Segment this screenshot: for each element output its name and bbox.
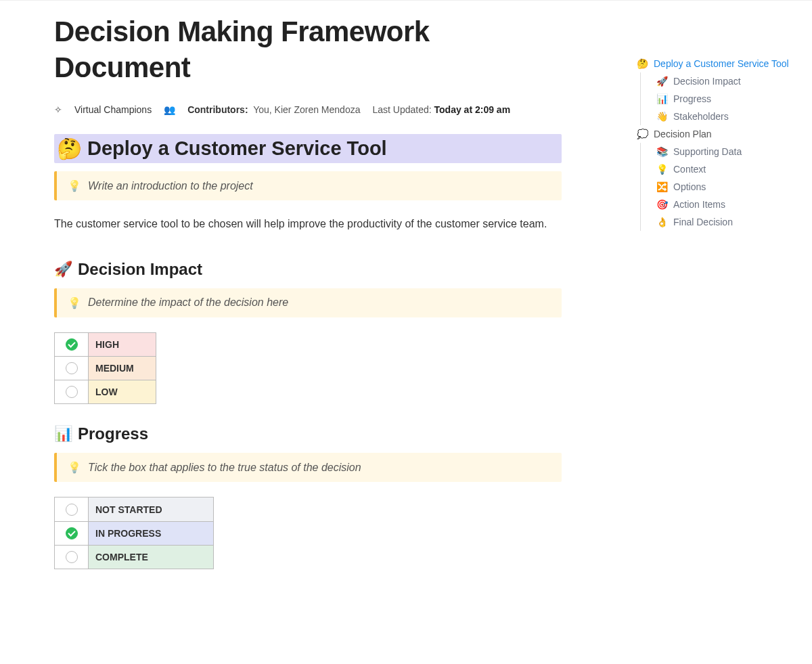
outline-label: Options bbox=[673, 181, 706, 192]
bulb-icon: 💡 bbox=[68, 179, 81, 192]
callout-intro-text: Write an introduction to the project bbox=[88, 180, 253, 192]
impact-medium-label: MEDIUM bbox=[89, 356, 156, 380]
target-icon: 🎯 bbox=[656, 199, 668, 210]
progress-table: NOT STARTED IN PROGRESS COMPLETE bbox=[54, 497, 214, 569]
shuffle-icon: 🔀 bbox=[656, 181, 668, 192]
bulb-icon: 💡 bbox=[68, 296, 81, 309]
progress-row-not-started: NOT STARTED bbox=[55, 497, 214, 521]
impact-medium-checkbox[interactable] bbox=[66, 362, 78, 374]
outline-label: Deploy a Customer Service Tool bbox=[654, 58, 789, 69]
callout-intro[interactable]: 💡 Write an introduction to the project bbox=[54, 171, 562, 200]
impact-high-label: HIGH bbox=[89, 332, 156, 356]
section-heading-deploy: 🤔 Deploy a Customer Service Tool bbox=[54, 134, 562, 163]
wave-icon: 👋 bbox=[656, 111, 668, 122]
bulb-icon: 💡 bbox=[68, 461, 81, 474]
callout-impact[interactable]: 💡 Determine the impact of the decision h… bbox=[54, 288, 562, 317]
books-icon: 📚 bbox=[656, 146, 668, 157]
outline-item-action-items[interactable]: 🎯 Action Items bbox=[640, 196, 812, 213]
outline-label: Context bbox=[673, 164, 706, 175]
progress-not-started-checkbox[interactable] bbox=[66, 504, 78, 516]
outline-item-stakeholders[interactable]: 👋 Stakeholders bbox=[640, 108, 812, 125]
contributors-label: Contributors: bbox=[187, 104, 248, 115]
outline-label: Decision Plan bbox=[654, 129, 712, 139]
document-meta: ✧ Virtual Champions 👥 Contributors: You,… bbox=[54, 104, 562, 115]
outline-label: Final Decision bbox=[673, 217, 733, 227]
impact-table: HIGH MEDIUM LOW bbox=[54, 332, 156, 405]
page-title: Decision Making Framework Document bbox=[54, 14, 562, 85]
impact-high-checkbox[interactable] bbox=[66, 338, 78, 351]
heading-decision-impact: 🚀 Decision Impact bbox=[54, 260, 562, 279]
outline-item-deploy[interactable]: 🤔 Deploy a Customer Service Tool bbox=[636, 55, 812, 72]
ok-hand-icon: 👌 bbox=[656, 217, 668, 227]
outline-item-options[interactable]: 🔀 Options bbox=[640, 178, 812, 196]
impact-row-medium: MEDIUM bbox=[55, 356, 156, 380]
contributors-icon: 👥 bbox=[164, 104, 175, 115]
rocket-icon: 🚀 bbox=[54, 261, 72, 278]
contributors-field[interactable]: Contributors: You, Kier Zoren Mendoza bbox=[187, 104, 360, 115]
last-updated-field: Last Updated: Today at 2:09 am bbox=[372, 104, 510, 115]
team-name[interactable]: Virtual Champions bbox=[74, 104, 152, 115]
impact-low-label: LOW bbox=[89, 380, 156, 404]
bulb-icon: 💡 bbox=[656, 164, 668, 175]
callout-progress-text: Tick the box that applies to the true st… bbox=[88, 462, 361, 474]
section-heading-text: Deploy a Customer Service Tool bbox=[87, 137, 387, 160]
heading-decision-impact-text: Decision Impact bbox=[78, 260, 202, 279]
impact-row-low: LOW bbox=[55, 380, 156, 404]
outline-label: Supporting Data bbox=[673, 146, 742, 157]
impact-row-high: HIGH bbox=[55, 332, 156, 356]
outline-item-progress[interactable]: 📊 Progress bbox=[640, 90, 812, 108]
callout-impact-text: Determine the impact of the decision her… bbox=[88, 296, 288, 309]
outline-item-decision-plan[interactable]: 💭 Decision Plan bbox=[636, 125, 812, 143]
heading-progress-text: Progress bbox=[78, 424, 148, 443]
document-outline: 🤔 Deploy a Customer Service Tool 🚀 Decis… bbox=[636, 1, 812, 231]
progress-not-started-label: NOT STARTED bbox=[89, 497, 214, 521]
outline-label: Stakeholders bbox=[673, 111, 729, 122]
outline-label: Progress bbox=[673, 93, 711, 104]
progress-in-progress-label: IN PROGRESS bbox=[89, 521, 214, 545]
thinking-icon: 🤔 bbox=[57, 137, 82, 160]
chart-icon: 📊 bbox=[656, 93, 668, 104]
outline-item-decision-impact[interactable]: 🚀 Decision Impact bbox=[640, 72, 812, 90]
team-icon: ✧ bbox=[54, 104, 62, 115]
last-updated-label: Last Updated: bbox=[372, 104, 431, 115]
progress-row-in-progress: IN PROGRESS bbox=[55, 521, 214, 545]
thinking-icon: 🤔 bbox=[636, 58, 648, 69]
outline-item-final-decision[interactable]: 👌 Final Decision bbox=[640, 213, 812, 231]
chart-icon: 📊 bbox=[54, 425, 72, 443]
progress-row-complete: COMPLETE bbox=[55, 546, 214, 569]
progress-complete-label: COMPLETE bbox=[89, 546, 214, 569]
progress-complete-checkbox[interactable] bbox=[66, 551, 78, 563]
intro-body-text[interactable]: The customer service tool to be chosen w… bbox=[54, 215, 562, 233]
contributors-value: You, Kier Zoren Mendoza bbox=[253, 104, 360, 115]
outline-label: Decision Impact bbox=[673, 76, 741, 87]
thought-icon: 💭 bbox=[636, 129, 648, 139]
outline-label: Action Items bbox=[673, 199, 725, 210]
last-updated-value: Today at 2:09 am bbox=[434, 104, 511, 115]
callout-progress[interactable]: 💡 Tick the box that applies to the true … bbox=[54, 453, 562, 482]
heading-progress: 📊 Progress bbox=[54, 424, 562, 443]
outline-item-supporting-data[interactable]: 📚 Supporting Data bbox=[640, 143, 812, 160]
outline-item-context[interactable]: 💡 Context bbox=[640, 160, 812, 178]
rocket-icon: 🚀 bbox=[656, 76, 668, 87]
progress-in-progress-checkbox[interactable] bbox=[66, 527, 78, 539]
impact-low-checkbox[interactable] bbox=[66, 386, 78, 398]
